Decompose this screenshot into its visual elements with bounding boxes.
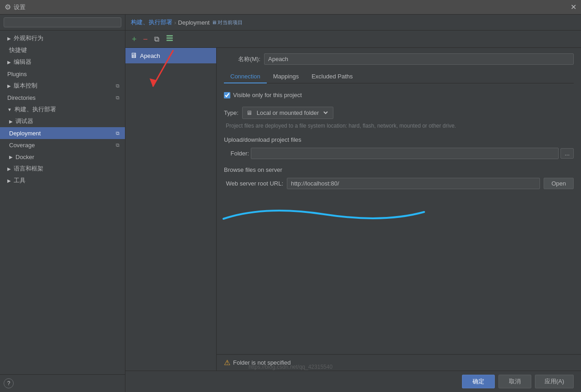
cancel-button[interactable]: 取消 — [498, 375, 531, 388]
type-label: Type: — [224, 109, 239, 116]
arrow-icon: ▶ — [7, 60, 11, 65]
title-bar: ⚙ 设置 ✕ — [0, 0, 581, 15]
sidebar: ▶ 外观和行为 快捷键 ▶ 编辑器 Plugins ▶ 版本控制 ⧉ — [0, 15, 125, 392]
breadcrumb: 构建、执行部署 › Deployment 🖥 对当前项目 — [125, 15, 581, 31]
sidebar-item-label: Docker — [16, 154, 121, 160]
deploy-toolbar: + − ⧉ — [125, 31, 581, 48]
name-input[interactable] — [264, 53, 574, 65]
folder-row: Folder: ... — [224, 148, 574, 159]
copy-button[interactable]: ⧉ — [152, 35, 161, 44]
web-server-section: Browse files on server Web server root U… — [224, 166, 574, 189]
server-item-apeach[interactable]: 🖥 Apeach — [125, 48, 216, 63]
sidebar-item-plugins[interactable]: Plugins — [0, 68, 125, 80]
arrow-icon: ▶ — [7, 36, 11, 41]
server-name: Apeach — [140, 52, 160, 59]
arrow-icon: ▼ — [7, 107, 12, 112]
name-row: 名称(M): — [224, 53, 574, 65]
sidebar-item-label: 工具 — [14, 176, 121, 185]
sidebar-bottom: ? — [0, 374, 125, 392]
sidebar-item-label: Plugins — [7, 71, 121, 77]
help-button[interactable]: ? — [4, 378, 14, 388]
copy-icon: ⧉ — [114, 130, 121, 136]
sidebar-item-label: 快捷键 — [9, 46, 121, 54]
close-button[interactable]: ✕ — [571, 4, 576, 11]
sidebar-item-label: Deployment — [9, 130, 112, 137]
breadcrumb-parent[interactable]: 构建、执行部署 — [131, 18, 172, 26]
sidebar-item-label: Directories — [7, 94, 112, 101]
arrow-icon: ▶ — [7, 83, 11, 88]
type-icon: 🖥 — [246, 109, 252, 116]
sidebar-item-label: 语言和框架 — [14, 165, 121, 173]
sidebar-item-label: 调试器 — [16, 117, 121, 125]
tab-mappings[interactable]: Mappings — [267, 70, 305, 83]
type-select[interactable]: 🖥 Local or mounted folder FTP SFTP — [242, 107, 333, 119]
ok-button[interactable]: 确定 — [462, 375, 495, 388]
breadcrumb-current: Deployment — [178, 19, 209, 26]
apply-button[interactable]: 应用(A) — [535, 375, 574, 388]
tab-excluded[interactable]: Excluded Paths — [305, 70, 359, 83]
config-panel: 名称(M): Connection Mappings Excluded Path… — [217, 48, 581, 354]
folder-input[interactable] — [251, 148, 559, 159]
search-box[interactable] — [0, 15, 125, 31]
visible-only-checkbox[interactable] — [224, 92, 230, 98]
web-server-label: Web server root URL: — [224, 180, 283, 187]
move-icon — [166, 34, 174, 42]
sidebar-item-appearance[interactable]: ▶ 外观和行为 — [0, 32, 125, 44]
folder-label: Folder: — [224, 150, 249, 157]
sidebar-item-build[interactable]: ▼ 构建、执行部署 — [0, 103, 125, 115]
warning-bar: ⚠ Folder is not specified — [217, 354, 581, 371]
tabs-bar: Connection Mappings Excluded Paths — [224, 70, 574, 83]
type-row: Type: 🖥 Local or mounted folder FTP SFTP — [224, 107, 574, 119]
arrow-icon: ▶ — [9, 155, 13, 160]
hint-text: Project files are deployed to a file sys… — [224, 123, 574, 129]
breadcrumb-separator: › — [174, 19, 176, 26]
warning-icon: ⚠ — [224, 358, 230, 367]
title-bar-left: ⚙ 设置 — [5, 3, 26, 11]
main-layout: ▶ 外观和行为 快捷键 ▶ 编辑器 Plugins ▶ 版本控制 ⧉ — [0, 15, 581, 392]
copy-icon: ⧉ — [114, 142, 121, 148]
move-button[interactable] — [164, 33, 176, 45]
sidebar-item-vcs[interactable]: ▶ 版本控制 ⧉ — [0, 80, 125, 92]
browse-button[interactable]: ... — [560, 148, 574, 159]
app-icon: ⚙ — [5, 3, 11, 11]
tab-connection[interactable]: Connection — [224, 70, 267, 83]
svg-rect-1 — [166, 37, 173, 39]
breadcrumb-badge: 🖥 对当前项目 — [212, 19, 243, 26]
copy-icon: ⧉ — [114, 83, 121, 89]
sidebar-item-debug[interactable]: ▶ 调试器 — [0, 115, 125, 127]
right-panel: 名称(M): Connection Mappings Excluded Path… — [217, 48, 581, 371]
sidebar-item-tools[interactable]: ▶ 工具 — [0, 175, 125, 186]
window-title: 设置 — [14, 3, 26, 11]
sidebar-item-docker[interactable]: ▶ Docker — [0, 151, 125, 163]
sidebar-item-label: 编辑器 — [14, 58, 121, 66]
breadcrumb-badge-text: 对当前项目 — [218, 19, 243, 26]
sidebar-item-shortcuts[interactable]: 快捷键 — [0, 44, 125, 56]
sidebar-item-editor[interactable]: ▶ 编辑器 — [0, 56, 125, 68]
copy-icon: ⧉ — [114, 95, 121, 101]
remove-button[interactable]: − — [141, 34, 150, 44]
sidebar-item-label: 外观和行为 — [14, 34, 121, 42]
arrow-icon: ▶ — [7, 166, 11, 171]
web-server-row: Web server root URL: Open — [224, 178, 574, 189]
deploy-content: 🖥 Apeach 名称(M): Connection — [125, 48, 581, 371]
arrow-icon: ▶ — [7, 178, 11, 183]
visible-only-row: Visible only for this project — [224, 89, 574, 101]
bottom-bar: 确定 取消 应用(A) — [125, 371, 581, 392]
open-button[interactable]: Open — [544, 178, 574, 189]
type-dropdown[interactable]: Local or mounted folder FTP SFTP — [255, 109, 329, 117]
sidebar-item-label: 构建、执行部署 — [15, 105, 121, 113]
sidebar-item-lang[interactable]: ▶ 语言和框架 — [0, 163, 125, 175]
deployment-panel: + − ⧉ 🖥 Apeach — [125, 31, 581, 371]
sidebar-item-label: Coverage — [9, 142, 112, 149]
sidebar-item-directories[interactable]: Directories ⧉ — [0, 92, 125, 103]
sidebar-nav: ▶ 外观和行为 快捷键 ▶ 编辑器 Plugins ▶ 版本控制 ⧉ — [0, 31, 125, 374]
visible-only-label: Visible only for this project — [233, 92, 302, 98]
sidebar-item-deployment[interactable]: Deployment ⧉ — [0, 127, 125, 139]
sidebar-item-coverage[interactable]: Coverage ⧉ — [0, 139, 125, 151]
svg-rect-0 — [166, 35, 173, 36]
upload-section-header: Upload/download project files — [224, 136, 574, 143]
search-input[interactable] — [4, 17, 121, 27]
warning-text: Folder is not specified — [233, 359, 290, 366]
add-button[interactable]: + — [130, 34, 139, 44]
web-server-input[interactable] — [287, 178, 540, 189]
